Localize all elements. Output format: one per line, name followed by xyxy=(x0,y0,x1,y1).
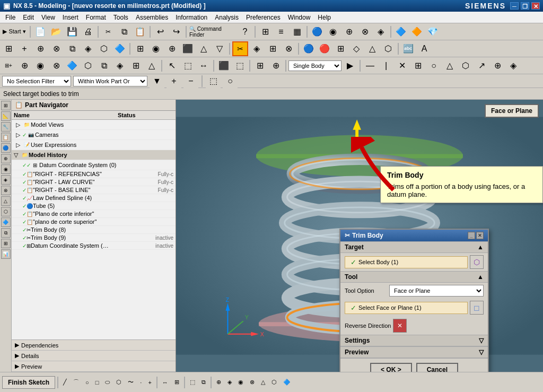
lp-icon-6[interactable]: ⊕ xyxy=(1,154,11,163)
expand-cameras[interactable]: ▷ xyxy=(16,132,22,138)
r3-26[interactable]: ↗ xyxy=(474,59,489,73)
pn-preview[interactable]: ▶ Preview xyxy=(12,361,176,372)
paste-btn[interactable]: 📋 xyxy=(133,25,147,39)
print-btn[interactable]: 🖨 xyxy=(81,25,95,39)
lp-icon-7[interactable]: ◉ xyxy=(1,164,11,174)
r3-3[interactable]: ◉ xyxy=(33,59,48,73)
tb5[interactable]: ◉ xyxy=(326,25,340,39)
r2-11[interactable]: ⊕ xyxy=(164,42,179,56)
r3-21[interactable]: ✕ xyxy=(395,59,409,73)
r3-1[interactable]: ⊞+ xyxy=(1,59,16,73)
tb3[interactable]: ▦ xyxy=(290,25,304,39)
expand-model-views[interactable]: ▷ xyxy=(16,121,22,128)
bt-spline[interactable]: 〜 xyxy=(125,374,136,390)
trim-dialog-titlebar[interactable]: ✂ Trim Body _ ✕ xyxy=(340,230,488,241)
select-face-btn[interactable]: ✓ Select Face or Plane (1) xyxy=(345,302,468,314)
r2-8[interactable]: 🔷 xyxy=(112,42,127,56)
r2-1[interactable]: ⊞ xyxy=(1,42,16,56)
lp-icon-14[interactable]: ⊞ xyxy=(1,239,11,248)
menu-edit[interactable]: Edit xyxy=(20,13,37,22)
r3-2[interactable]: ⊕ xyxy=(17,59,32,73)
sel-remove-btn[interactable]: − xyxy=(183,74,198,88)
open-btn[interactable]: 📂 xyxy=(49,25,64,39)
expand-model-history[interactable]: ▽ xyxy=(14,152,20,159)
bt-t6[interactable]: ⬡ xyxy=(269,374,279,390)
bt-t5[interactable]: △ xyxy=(258,374,268,390)
redo-btn[interactable]: ↪ xyxy=(169,25,183,39)
r2-6[interactable]: ◈ xyxy=(81,42,95,56)
r3-16[interactable]: ⊕ xyxy=(268,59,283,73)
sel-circle-btn[interactable]: ○ xyxy=(223,74,238,88)
r3-9[interactable]: ⊞ xyxy=(128,59,143,73)
r3-select[interactable]: ⬚ xyxy=(180,59,195,73)
bt-polygon[interactable]: ⬡ xyxy=(113,374,124,390)
bt-t1[interactable]: ⊕ xyxy=(214,374,224,390)
r3-13[interactable]: ⬛ xyxy=(216,59,231,73)
tool-option-dropdown[interactable]: Face or Plane xyxy=(389,285,484,297)
menu-window[interactable]: Window xyxy=(285,13,314,22)
bt-t3[interactable]: ◉ xyxy=(235,374,246,390)
menu-tools[interactable]: Tools xyxy=(110,13,132,22)
r2-2[interactable]: + xyxy=(17,42,32,56)
render2[interactable]: 🔶 xyxy=(409,25,424,39)
help-btn[interactable]: ? xyxy=(238,25,252,39)
restore-btn[interactable]: ❐ xyxy=(521,2,529,10)
finish-sketch-btn[interactable]: Finish Sketch xyxy=(2,376,55,389)
bt-plus[interactable]: + xyxy=(145,374,154,390)
bt-line[interactable]: ╱ xyxy=(60,374,69,390)
minimize-btn[interactable]: ─ xyxy=(510,2,519,10)
r3-18[interactable]: ▶ xyxy=(343,59,357,73)
bt-rect[interactable]: □ xyxy=(93,374,102,390)
close-btn[interactable]: ✕ xyxy=(531,2,540,10)
pn-item-tube[interactable]: ✓ 🔵 Tube (5) xyxy=(12,202,176,210)
command-finder-btn[interactable]: 🔍 Command Finder xyxy=(189,25,237,39)
r2-7[interactable]: ⬡ xyxy=(97,42,111,56)
bt-dim[interactable]: ↔ xyxy=(160,374,171,390)
menu-preferences[interactable]: Preferences xyxy=(243,13,284,22)
bt-arc[interactable]: ⌒ xyxy=(71,374,82,390)
new-btn[interactable]: 📄 xyxy=(33,25,48,39)
pn-dependencies[interactable]: ▶ Dependencies xyxy=(12,340,176,351)
render3[interactable]: 💎 xyxy=(425,25,440,39)
save-btn[interactable]: 💾 xyxy=(65,25,80,39)
r3-19[interactable]: — xyxy=(363,59,378,73)
pn-item-cameras[interactable]: ▷ ✓ 📷 Cameras xyxy=(12,130,176,140)
scope-dropdown[interactable]: Within Work Part Or xyxy=(73,76,147,86)
bt-t7[interactable]: 🔷 xyxy=(281,374,293,390)
pn-item-right-law[interactable]: ✓ 📋 "RIGHT - LAW CURVE" Fully-c xyxy=(12,178,176,186)
r2-13[interactable]: △ xyxy=(196,42,211,56)
r2-14[interactable]: ▽ xyxy=(212,42,227,56)
r3-10[interactable]: △ xyxy=(144,59,159,73)
tb6[interactable]: ⊕ xyxy=(341,25,356,39)
r2-5[interactable]: ⧉ xyxy=(65,42,80,56)
undo-btn[interactable]: ↩ xyxy=(153,25,168,39)
menu-analysis[interactable]: Analysis xyxy=(212,13,242,22)
r2-12[interactable]: ⬛ xyxy=(180,42,195,56)
pn-item-trim-8[interactable]: ✓ ✂ Trim Body (8) xyxy=(12,226,176,234)
bt-t4[interactable]: ⊗ xyxy=(247,374,257,390)
settings-section[interactable]: Settings ▽ xyxy=(340,335,488,346)
lp-icon-4[interactable]: 📋 xyxy=(1,133,11,142)
lp-icon-13[interactable]: ⧉ xyxy=(1,228,11,238)
menu-insert[interactable]: Insert xyxy=(59,13,82,22)
r2-18[interactable]: ⊗ xyxy=(281,42,296,56)
r2-23[interactable]: △ xyxy=(365,42,380,56)
menu-view[interactable]: View xyxy=(38,13,58,22)
reverse-direction-btn[interactable]: ✕ xyxy=(393,319,407,333)
dialog-btns[interactable]: _ ✕ xyxy=(468,232,484,239)
pn-item-right-ref[interactable]: ✓ 📋 "RIGHT - REFERENCIAS" Fully-c xyxy=(12,170,176,178)
bt-constraint[interactable]: ⊞ xyxy=(172,374,182,390)
r3-20[interactable]: | xyxy=(379,59,393,73)
pn-item-law-spline[interactable]: ✓ 📈 Law Defined Spline (4) xyxy=(12,194,176,202)
pn-details[interactable]: ▶ Details xyxy=(12,351,176,361)
pn-item-plano-sup[interactable]: ✓ 📋 "plano de corte superior" xyxy=(12,218,176,226)
select-face-icon-btn[interactable]: ◻ xyxy=(470,301,484,315)
pn-item-model-history[interactable]: ▽ 📁 Model History xyxy=(12,150,176,160)
tb7[interactable]: ⊗ xyxy=(357,25,372,39)
r2-4[interactable]: ⊗ xyxy=(49,42,64,56)
menu-format[interactable]: Format xyxy=(83,13,109,22)
pn-item-model-views[interactable]: ▷ 📁 Model Views xyxy=(12,120,176,130)
cancel-button[interactable]: Cancel xyxy=(416,363,458,372)
r3-8[interactable]: ◈ xyxy=(112,59,127,73)
r3-6[interactable]: ⬡ xyxy=(81,59,95,73)
